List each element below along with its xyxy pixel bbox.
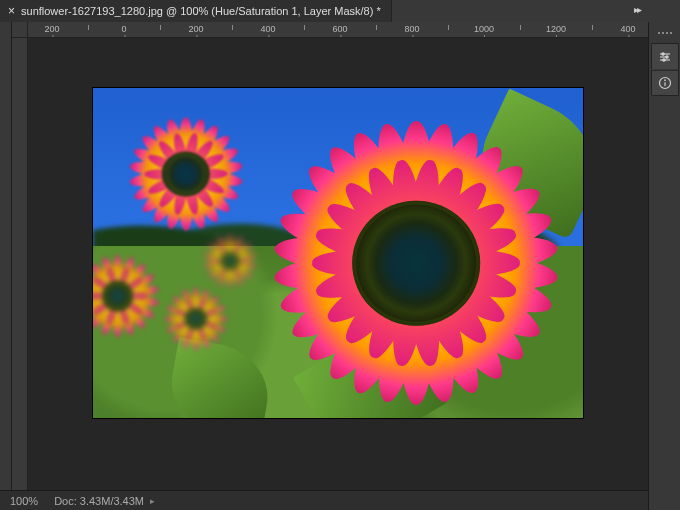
svg-point-3 (661, 52, 663, 54)
expand-panels-icon[interactable]: ▸▸ (634, 4, 640, 15)
status-menu-chevron-icon[interactable]: ▸ (150, 496, 155, 506)
status-bar: 100% Doc: 3.43M/3.43M ▸ (0, 490, 648, 510)
ruler-horizontal[interactable]: 200020040060080010001200400 (28, 22, 648, 38)
svg-point-7 (664, 79, 666, 81)
document-tab-title: sunflower-1627193_1280.jpg @ 100% (Hue/S… (21, 5, 381, 17)
image-content (93, 88, 583, 418)
document-canvas[interactable] (93, 88, 583, 418)
svg-point-5 (662, 58, 664, 60)
document-tab-bar: × sunflower-1627193_1280.jpg @ 100% (Hue… (0, 0, 680, 22)
close-icon[interactable]: × (8, 5, 15, 17)
info-panel-icon[interactable] (651, 70, 679, 96)
workspace: 200020040060080010001200400 (12, 22, 648, 490)
canvas-area[interactable] (28, 38, 648, 490)
ruler-vertical[interactable] (12, 38, 28, 490)
panel-drag-handle-icon[interactable] (656, 32, 674, 37)
document-tab[interactable]: × sunflower-1627193_1280.jpg @ 100% (Hue… (0, 0, 392, 22)
svg-point-4 (665, 55, 667, 57)
properties-panel-icon[interactable] (651, 43, 679, 69)
collapsed-panel-dock (648, 22, 680, 510)
options-strip (0, 22, 12, 490)
doc-size: Doc: 3.43M/3.43M (54, 495, 144, 507)
ruler-origin[interactable] (12, 22, 28, 38)
zoom-level[interactable]: 100% (10, 495, 38, 507)
